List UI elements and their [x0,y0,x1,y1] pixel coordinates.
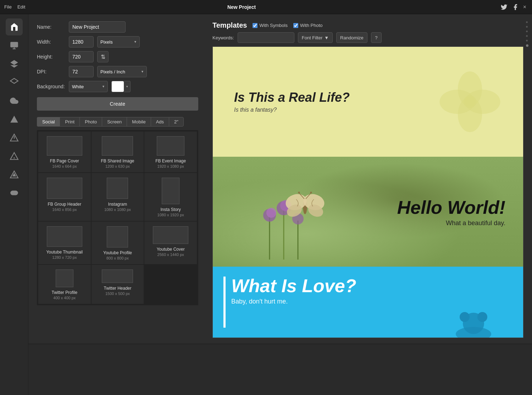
svg-point-16 [16,193,16,194]
sidebar-item-home[interactable] [6,18,23,35]
sidebar-item-layers-alt[interactable] [6,55,23,72]
preset-item[interactable]: Insta Story1080 x 1920 px [144,173,197,221]
project-form: Name: Width: Pixels Inches cm mm [28,14,532,344]
preset-name: Twitter Profile [51,290,77,295]
preset-thumbnail [162,178,179,204]
sidebar-item-delta3[interactable] [6,148,23,165]
preset-item[interactable]: FB Shared Image1200 x 630 px [92,132,144,172]
color-picker-row: ▾ [111,81,131,92]
sidebar-item-layers[interactable] [6,74,23,91]
svg-rect-0 [10,42,18,47]
keywords-row: Keywords: Font Filter ▼ Randomize ? [212,32,523,43]
tab-social[interactable]: Social [37,117,60,127]
preset-name: Twitter Header [104,286,131,291]
preset-thumbnail [102,136,133,156]
preset-thumbnail [107,226,128,247]
twitter-icon[interactable] [500,4,508,11]
dpi-unit-select[interactable]: Pixels / Inch Pixels / cm [97,66,147,77]
sidebar-item-monitor[interactable] [6,37,23,54]
preset-name: FB Event Image [155,158,186,163]
with-photo-label[interactable]: With Photo [293,23,323,28]
template-2-text: Hello World! What a beautiful day. [397,197,505,227]
preset-item[interactable]: FB Page Cover1640 x 664 px [38,132,91,172]
svg-point-15 [15,192,16,193]
sidebar-item-gamepad[interactable] [6,184,23,201]
svg-point-21 [464,95,476,108]
content-area: Name: Width: Pixels Inches cm mm [28,14,532,395]
svg-point-42 [477,312,487,322]
keywords-input[interactable] [238,32,294,43]
name-row: Name: [37,21,198,33]
template-card-1[interactable]: Is This a Real Life? Is this a fantasy? [213,47,523,157]
sidebar-item-delta1[interactable] [6,111,23,128]
preset-size: 800 x 800 px [106,256,129,260]
svg-point-37 [298,192,300,194]
with-photo-checkbox[interactable] [293,23,298,28]
template-1-text: Is This a Real Life? Is this a fantasy? [234,90,350,113]
close-button[interactable]: × [523,4,526,10]
preset-item[interactable]: FB Event Image1920 x 1080 px [144,132,197,172]
template-card-3[interactable]: What Is Love? Baby, don't hurt me. [213,267,523,338]
preset-size: 1640 x 856 px [52,207,77,212]
template-3-text: What Is Love? Baby, don't hurt me. [231,277,356,305]
tab-print[interactable]: Print [60,117,79,127]
preset-item[interactable]: Twitter Profile400 x 400 px [38,265,91,304]
facebook-icon[interactable] [512,4,519,11]
preset-name: Youtube Cover [157,247,185,252]
sidebar-item-delta2[interactable] [6,129,23,146]
preset-item[interactable]: Youtube Cover2560 x 1440 px [144,222,197,264]
create-button[interactable]: Create [37,97,198,111]
sidebar-item-delta4[interactable] [6,166,23,183]
dpi-label: DPI: [37,69,65,74]
preset-size: 1640 x 664 px [52,164,77,168]
preset-item[interactable]: Instagram1080 x 1080 px [92,173,144,221]
height-input[interactable] [69,51,94,62]
tab-ads[interactable]: Ads [151,117,169,127]
svg-marker-5 [10,116,18,123]
with-symbols-checkbox[interactable] [253,23,257,28]
width-row: Width: Pixels Inches cm mm [37,36,198,48]
sidebar-item-cloud[interactable] [6,92,23,109]
width-input[interactable] [69,36,94,48]
preset-grid: FB Page Cover1640 x 664 pxFB Shared Imag… [37,130,198,305]
pixels-select[interactable]: Pixels Inches cm mm [97,36,140,48]
preset-name: FB Shared Image [101,158,134,163]
preset-name: FB Group Header [48,202,81,207]
background-label: Background: [37,84,65,89]
tab-screen[interactable]: Screen [102,117,127,127]
preset-item[interactable]: Twitter Header1500 x 500 px [92,265,144,304]
color-arrow[interactable]: ▾ [124,81,131,92]
dpi-input[interactable] [69,66,94,77]
preset-thumbnail [107,178,128,199]
font-filter-button[interactable]: Font Filter ▼ [298,32,333,43]
help-button[interactable]: ? [371,32,382,43]
height-row: Height: ⇅ [37,51,198,62]
svg-rect-12 [10,191,18,195]
preset-thumbnail [56,269,73,287]
tab-photo[interactable]: Photo [79,117,102,127]
preset-name: Insta Story [160,207,181,212]
preset-thumbnail [157,136,184,156]
tab-mobile[interactable]: Mobile [127,117,150,127]
with-symbols-label[interactable]: With Symbols [253,23,287,28]
preset-name: Youtube Thumbnail [46,250,83,255]
preset-name: Youtube Profile [103,250,132,255]
preset-thumbnail [102,269,133,283]
preset-size: 1200 x 630 px [105,164,130,168]
background-select[interactable]: White Black Transparent Custom [69,81,108,92]
tab-2in[interactable]: 2" [169,117,184,127]
preset-item[interactable]: Youtube Profile800 x 800 px [92,222,144,264]
width-label: Width: [37,39,65,45]
preset-item[interactable]: FB Group Header1640 x 856 px [38,173,91,221]
main-layout: Name: Width: Pixels Inches cm mm [0,14,532,395]
window-title: New Project [0,4,493,10]
randomize-button[interactable]: Randomize [336,32,367,43]
template-2-title: Hello World! [397,197,505,218]
name-input[interactable] [69,21,126,33]
color-swatch[interactable] [111,81,124,92]
background-select-wrapper: White Black Transparent Custom [69,81,108,92]
template-card-2[interactable]: Hello World! What a beautiful day. [213,157,523,267]
preset-item[interactable]: Youtube Thumbnail1280 x 720 px [38,222,91,264]
swap-dimensions-button[interactable]: ⇅ [97,51,109,62]
preset-size: 1920 x 1080 px [157,164,184,168]
